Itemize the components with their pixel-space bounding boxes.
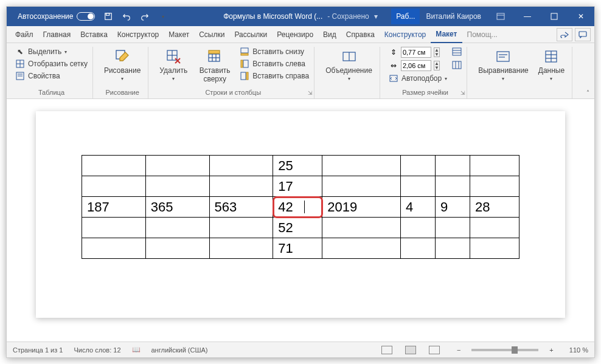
tab-design[interactable]: Конструктор xyxy=(113,27,164,43)
col-width-input[interactable]: ⇔▲▼ xyxy=(389,60,447,71)
cell[interactable] xyxy=(82,218,146,238)
minimize-icon[interactable]: ― xyxy=(514,7,541,26)
toggle-icon[interactable] xyxy=(77,12,95,21)
alignment-button[interactable]: Выравнивание▾ xyxy=(476,47,531,83)
cell[interactable]: 17 xyxy=(273,176,322,197)
row-height-input[interactable]: ⇕▲▼ xyxy=(389,47,447,58)
row-height-field[interactable] xyxy=(401,47,431,58)
zoom-in-icon[interactable]: + xyxy=(549,346,553,354)
insert-above-button[interactable]: Вставить сверху xyxy=(195,47,235,84)
cell[interactable]: 4 xyxy=(400,197,435,218)
insert-below-button[interactable]: Вставить снизу xyxy=(240,47,309,57)
delete-button[interactable]: Удалить▾ xyxy=(157,47,190,83)
cell[interactable] xyxy=(209,156,273,176)
tab-home[interactable]: Главная xyxy=(38,27,76,43)
tab-review[interactable]: Рецензиро xyxy=(272,27,318,43)
spinner-icon[interactable]: ▲▼ xyxy=(434,47,440,57)
tab-tellme[interactable]: Помощ... xyxy=(462,27,502,43)
data-button[interactable]: Данные▾ xyxy=(536,47,567,83)
cell[interactable] xyxy=(145,238,209,259)
select-button[interactable]: ⬉Выделить▾ xyxy=(15,47,88,57)
cell[interactable]: 2019 xyxy=(322,197,401,218)
cell[interactable]: 563 xyxy=(209,197,273,218)
cell[interactable] xyxy=(209,176,273,197)
cell-highlighted[interactable]: 42 xyxy=(273,197,322,218)
qat-more-icon[interactable]: ▾ xyxy=(158,12,168,21)
cell[interactable]: 365 xyxy=(145,197,209,218)
ribbon-options-icon[interactable] xyxy=(487,7,514,26)
cell[interactable] xyxy=(82,238,146,259)
tab-table-design[interactable]: Конструктор xyxy=(380,27,431,43)
cell[interactable] xyxy=(322,218,401,238)
cell[interactable] xyxy=(145,176,209,197)
language-indicator[interactable]: английский (США) xyxy=(151,346,208,354)
cell[interactable] xyxy=(209,238,273,259)
zoom-level[interactable]: 110 % xyxy=(569,346,588,354)
autosave-toggle[interactable]: Автосохранение xyxy=(18,12,95,21)
cell[interactable]: 9 xyxy=(435,197,470,218)
col-width-field[interactable] xyxy=(401,60,431,71)
read-mode-icon[interactable] xyxy=(381,346,392,354)
tab-table-layout[interactable]: Макет xyxy=(431,26,462,43)
merge-button[interactable]: Объединение▾ xyxy=(323,47,375,83)
print-layout-icon[interactable] xyxy=(405,346,416,354)
comments-icon[interactable] xyxy=(575,28,591,41)
distribute-rows-icon[interactable] xyxy=(452,47,462,57)
cell[interactable] xyxy=(435,156,470,176)
properties-button[interactable]: Свойства xyxy=(15,71,88,81)
cell[interactable] xyxy=(470,238,519,259)
save-icon[interactable] xyxy=(103,12,113,21)
cell[interactable] xyxy=(209,218,273,238)
collapse-ribbon-icon[interactable]: ˄ xyxy=(586,89,589,96)
cell[interactable] xyxy=(400,238,435,259)
cell[interactable] xyxy=(400,176,435,197)
maximize-icon[interactable] xyxy=(541,7,568,26)
page-indicator[interactable]: Страница 1 из 1 xyxy=(13,346,63,354)
cell[interactable] xyxy=(82,156,146,176)
cell[interactable] xyxy=(435,176,470,197)
tab-references[interactable]: Ссылки xyxy=(194,27,229,43)
undo-icon[interactable] xyxy=(122,12,131,21)
word-count[interactable]: Число слов: 12 xyxy=(74,346,120,354)
cell[interactable] xyxy=(145,156,209,176)
cell[interactable]: 71 xyxy=(273,238,322,259)
cell[interactable] xyxy=(435,238,470,259)
cell[interactable] xyxy=(82,176,146,197)
distribute-cols-icon[interactable] xyxy=(452,60,462,70)
spellcheck-icon[interactable]: 📖 xyxy=(132,346,141,354)
web-layout-icon[interactable] xyxy=(429,346,440,354)
cell[interactable]: 52 xyxy=(273,218,322,238)
draw-button[interactable]: Рисование▾ xyxy=(102,47,143,83)
dialog-launcher-icon[interactable]: ⇲ xyxy=(308,90,313,96)
cell[interactable]: 187 xyxy=(82,197,146,218)
zoom-slider[interactable] xyxy=(471,349,538,351)
cell[interactable] xyxy=(400,218,435,238)
tab-help[interactable]: Справка xyxy=(341,27,380,43)
cell[interactable] xyxy=(400,156,435,176)
data-table[interactable]: 25 17 187 365 563 42 2019 4 9 28 xyxy=(82,155,519,259)
zoom-out-icon[interactable]: − xyxy=(457,346,460,354)
user-name[interactable]: Виталий Каиров xyxy=(420,12,487,21)
cell[interactable] xyxy=(470,176,519,197)
tab-file[interactable]: Файл xyxy=(10,27,38,43)
cell[interactable]: 25 xyxy=(273,156,322,176)
redo-icon[interactable] xyxy=(140,12,150,21)
dropdown-icon[interactable]: ▾ xyxy=(374,12,378,21)
cell[interactable] xyxy=(322,238,401,259)
cell[interactable] xyxy=(145,218,209,238)
autofit-button[interactable]: Автоподбор▾ xyxy=(389,74,447,83)
cell[interactable]: 28 xyxy=(470,197,519,218)
tab-mailings[interactable]: Рассылки xyxy=(229,27,272,43)
insert-left-button[interactable]: Вставить слева xyxy=(240,59,309,69)
tab-insert[interactable]: Вставка xyxy=(75,27,113,43)
cell[interactable] xyxy=(322,156,401,176)
cell[interactable] xyxy=(322,176,401,197)
view-gridlines-button[interactable]: Отобразить сетку xyxy=(15,59,88,69)
document-area[interactable]: 25 17 187 365 563 42 2019 4 9 28 xyxy=(7,99,594,342)
share-icon[interactable] xyxy=(557,28,572,41)
insert-right-button[interactable]: Вставить справа xyxy=(240,71,309,81)
workspace-tab[interactable]: Раб... xyxy=(391,9,420,24)
spinner-icon[interactable]: ▲▼ xyxy=(434,61,440,70)
cell[interactable] xyxy=(470,156,519,176)
tab-layout[interactable]: Макет xyxy=(164,27,194,43)
